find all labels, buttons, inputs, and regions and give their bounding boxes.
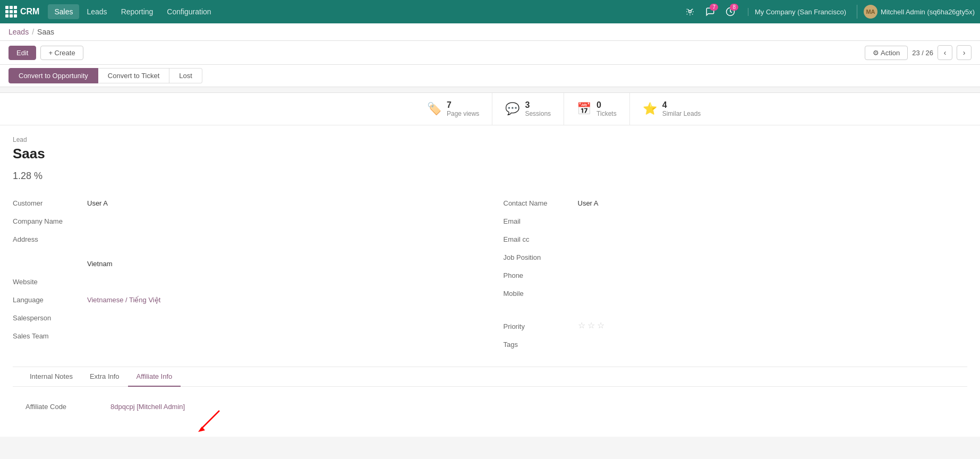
svg-line-2 [201,411,219,429]
tags-value [578,338,968,341]
menu-item-sales[interactable]: Sales [48,4,79,19]
create-button[interactable]: + Create [40,46,83,60]
convert-opportunity-button[interactable]: Convert to Opportunity [8,68,98,83]
sessions-numbers: 3 Sessions [525,100,551,117]
email-cc-label: Email cc [504,233,578,243]
contact-name-label: Contact Name [504,197,578,207]
affiliate-code-value[interactable]: 8dpqcpj [Mitchell Admin] [110,403,955,411]
breadcrumb-leads-link[interactable]: Leads [8,28,29,36]
top-navigation: CRM Sales Leads Reporting Configuration … [0,0,980,23]
priority-label: Priority [504,320,578,330]
edit-button[interactable]: Edit [8,46,36,60]
company-value [87,215,484,217]
form-row-tags: Tags [504,336,968,354]
convert-ticket-button[interactable]: Convert to Ticket [98,68,170,83]
star-1[interactable]: ☆ [578,320,585,330]
form-type-label: Lead [13,136,967,143]
form-row-address: Address Vietnam [13,231,484,273]
breadcrumb-current: Saas [37,28,54,36]
form-row-website: Website [13,273,484,291]
form-left-column: Customer User A Company Name Address Vie… [13,194,490,354]
form-row-priority: Priority ☆ ☆ ☆ [504,318,968,336]
sales-team-label: Sales Team [13,330,87,340]
app-grid-icon[interactable] [5,6,17,18]
stat-page-views[interactable]: 🏷️ 7 Page views [414,93,492,125]
star-3[interactable]: ☆ [597,320,604,330]
page-views-label: Page views [447,110,479,117]
activity-icon-btn[interactable]: 8 [726,7,735,16]
phone-label: Phone [504,269,578,279]
form-row-contact-name: Contact Name User A [504,194,968,212]
mobile-label: Mobile [504,287,578,298]
tab-internal-notes[interactable]: Internal Notes [21,367,81,387]
menu-item-leads[interactable]: Leads [80,4,113,19]
customer-value: User A [87,197,484,207]
lost-button[interactable]: Lost [169,68,202,83]
form-row-mobile: Mobile [504,285,968,303]
breadcrumb-separator: / [32,28,34,36]
job-position-value [578,251,968,253]
form-row-email-cc: Email cc [504,231,968,249]
sessions-icon: 💬 [505,102,519,116]
form-area: Lead Saas 1.28 % Customer User A Company… [0,125,980,437]
sub-action-bar: Convert to Opportunity Convert to Ticket… [0,65,980,87]
stat-tickets[interactable]: 📅 0 Tickets [564,93,630,125]
tab-extra-info[interactable]: Extra Info [81,367,128,387]
form-row-salesperson: Salesperson [13,309,484,327]
form-grid: Customer User A Company Name Address Vie… [13,194,967,354]
similar-leads-numbers: 4 Similar Leads [662,100,701,117]
email-value [578,215,968,217]
address-value: Vietnam [87,233,484,268]
svg-point-0 [689,11,692,13]
similar-leads-icon: ⭐ [643,102,657,116]
menu-item-configuration[interactable]: Configuration [160,4,217,19]
language-value[interactable]: Vietnamese / Tiếng Việt [87,294,484,304]
company-name[interactable]: My Company (San Francisco) [748,8,846,16]
email-cc-value [578,233,968,235]
email-label: Email [504,215,578,225]
menu-item-reporting[interactable]: Reporting [115,4,160,19]
tab-affiliate-info[interactable]: Affiliate Info [128,367,181,387]
pagination-prev-button[interactable]: ‹ [938,45,952,60]
chat-icon-btn[interactable]: 7 [705,7,715,16]
bug-icon-btn[interactable] [685,7,695,16]
affiliate-code-row: Affiliate Code 8dpqcpj [Mitchell Admin] [25,397,955,415]
affiliate-code-label: Affiliate Code [25,403,110,411]
job-position-label: Job Position [504,251,578,261]
form-row-sales-team: Sales Team [13,327,484,345]
priority-stars[interactable]: ☆ ☆ ☆ [578,320,604,330]
stat-sessions[interactable]: 💬 3 Sessions [492,93,564,125]
tags-label: Tags [504,338,578,348]
page-views-icon: 🏷️ [427,102,441,116]
form-right-column: Contact Name User A Email Email cc Job P… [490,194,968,354]
user-avatar: MA [864,5,877,19]
page-views-count: 7 [447,100,479,110]
action-bar: Edit + Create ⚙ Action 23 / 26 ‹ › [0,41,980,65]
tickets-label: Tickets [596,110,617,117]
star-2[interactable]: ☆ [587,320,595,330]
pagination-controls: 23 / 26 ‹ › [912,45,972,60]
sessions-count: 3 [525,100,551,110]
customer-label: Customer [13,197,87,207]
similar-leads-label: Similar Leads [662,110,701,117]
form-row-company: Company Name [13,212,484,231]
pagination-next-button[interactable]: › [957,45,972,60]
breadcrumb: Leads / Saas [0,23,980,41]
phone-value [578,269,968,271]
action-button[interactable]: ⚙ Action [865,46,908,60]
website-label: Website [13,276,87,286]
tickets-numbers: 0 Tickets [596,100,617,117]
brand-area[interactable]: CRM [5,6,39,18]
similar-leads-count: 4 [662,100,701,110]
sales-team-value [87,330,484,332]
tickets-count: 0 [596,100,617,110]
form-row-customer: Customer User A [13,194,484,212]
form-percentage: 1.28 % [13,171,967,182]
tabs-section: Internal Notes Extra Info Affiliate Info… [13,367,967,426]
crm-logo: CRM [20,7,39,16]
stat-similar-leads[interactable]: ⭐ 4 Similar Leads [630,93,714,125]
form-row-language: Language Vietnamese / Tiếng Việt [13,291,484,309]
form-row-phone: Phone [504,267,968,285]
user-menu[interactable]: MA Mitchell Admin (sq6ha26gty5x) [857,5,975,19]
svg-marker-3 [198,427,205,432]
